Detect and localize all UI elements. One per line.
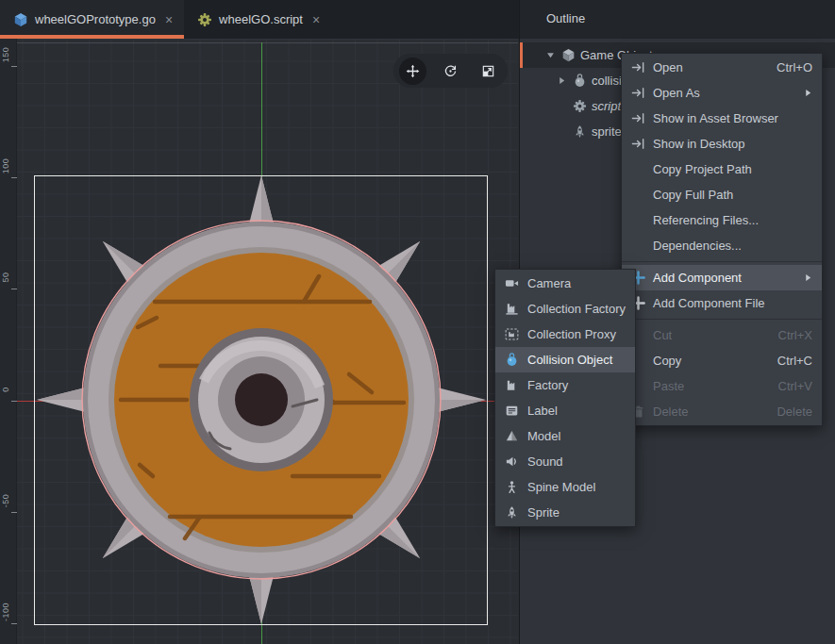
label-icon: [505, 404, 519, 418]
menu-item-label: Factory: [527, 378, 626, 392]
tab-wheelgo-script[interactable]: wheelGO.script ×: [184, 0, 331, 39]
menu-item-label: Sound: [527, 454, 626, 469]
menu-item-label: Camera: [527, 276, 626, 290]
open-icon: [631, 137, 645, 151]
submenu-item-camera[interactable]: Camera: [495, 271, 635, 296]
menu-item-show-in-asset-browser[interactable]: Show in Asset Browser: [622, 106, 822, 131]
menu-item-cut: Cut Ctrl+X: [622, 322, 822, 348]
menu-item-label: Paste: [653, 379, 765, 393]
scene-toolbar: [393, 54, 508, 88]
outline-header: Outline: [520, 0, 835, 39]
menu-item-label: Open: [653, 60, 763, 74]
tab-label: wheelGO.script: [219, 12, 303, 26]
sprite-rocket-icon: [573, 124, 587, 139]
model-icon: [505, 429, 519, 443]
menu-item-add-component[interactable]: Add Component: [622, 265, 822, 290]
tree-row-label: sprite: [592, 124, 622, 139]
menu-item-label: Sprite: [527, 505, 626, 520]
submenu-item-collision-object[interactable]: Collision Object: [495, 347, 635, 372]
menu-shortcut: Ctrl+C: [777, 354, 812, 368]
menu-separator: [622, 258, 822, 265]
open-icon: [631, 60, 645, 74]
submenu-item-sprite[interactable]: Sprite: [495, 500, 635, 525]
chevron-right-icon[interactable]: [556, 74, 568, 87]
defold-editor-window: wheelGOPrototype.go × wheelGO.script × 1…: [0, 0, 835, 644]
menu-item-label: Open As: [653, 86, 796, 100]
scale-tool-button[interactable]: [475, 58, 502, 85]
menu-item-label: Show in Asset Browser: [653, 111, 812, 125]
chevron-down-icon[interactable]: [544, 49, 557, 61]
collection-factory-icon: [505, 302, 519, 316]
tab-bar: wheelGOPrototype.go × wheelGO.script ×: [0, 0, 519, 39]
tree-row-label: script: [592, 99, 621, 113]
menu-item-copy[interactable]: Copy Ctrl+C: [622, 348, 822, 373]
menu-item-referencing-files[interactable]: Referencing Files...: [622, 207, 822, 233]
panel-title: Outline: [520, 0, 835, 25]
submenu-item-label[interactable]: Label: [495, 398, 635, 423]
rotate-tool-button[interactable]: [437, 58, 464, 85]
submenu-item-factory[interactable]: Factory: [495, 372, 635, 398]
menu-item-label: Cut: [653, 328, 765, 342]
menu-item-label: Add Component: [653, 271, 796, 285]
menu-shortcut: Delete: [777, 405, 812, 419]
menu-item-label: Collection Proxy: [527, 327, 626, 341]
add-component-submenu: Camera Collection Factory Collection Pro…: [494, 269, 636, 527]
menu-item-delete: Delete Delete: [622, 399, 822, 424]
scene-canvas[interactable]: 150 100 50 0 -50 -100: [0, 39, 518, 644]
menu-item-label: Show in Desktop: [653, 137, 812, 151]
menu-item-open[interactable]: Open Ctrl+O: [622, 55, 822, 80]
menu-item-open-as[interactable]: Open As: [622, 80, 822, 106]
spiked-wheel-sprite[interactable]: [37, 175, 486, 624]
expander-spacer: [556, 100, 568, 112]
open-icon: [631, 86, 645, 100]
close-icon[interactable]: ×: [312, 12, 320, 27]
submenu-item-collection-factory[interactable]: Collection Factory: [495, 296, 635, 322]
submenu-item-model[interactable]: Model: [495, 423, 635, 449]
menu-item-show-in-desktop[interactable]: Show in Desktop: [622, 131, 822, 157]
menu-item-label: Spine Model: [527, 480, 626, 494]
icon-slot: [631, 213, 645, 227]
menu-item-dependencies[interactable]: Dependencies...: [622, 233, 822, 258]
camera-icon: [505, 276, 519, 290]
menu-item-label: Copy: [653, 354, 764, 368]
menu-item-add-component-file[interactable]: Add Component File: [622, 290, 822, 316]
menu-item-label: Label: [527, 404, 626, 418]
move-tool-icon: [406, 64, 420, 78]
script-gear-icon: [197, 12, 212, 27]
menu-item-copy-full-path[interactable]: Copy Full Path: [622, 182, 822, 207]
tab-wheelgoprototype-go[interactable]: wheelGOPrototype.go ×: [0, 0, 184, 39]
menu-item-label: Referencing Files...: [653, 213, 812, 227]
menu-separator: [622, 316, 822, 322]
game-object-cube-icon: [13, 12, 28, 27]
menu-item-paste: Paste Ctrl+V: [622, 373, 822, 399]
close-icon[interactable]: ×: [165, 12, 173, 27]
game-object-cube-icon: [561, 48, 576, 62]
menu-item-label: Model: [527, 429, 626, 443]
sound-icon: [505, 454, 519, 469]
submenu-arrow-icon: [804, 89, 812, 97]
menu-item-copy-project-path[interactable]: Copy Project Path: [622, 157, 822, 182]
spine-model-icon: [505, 480, 519, 494]
collision-object-icon: [573, 74, 587, 88]
menu-item-label: Add Component File: [653, 296, 812, 310]
icon-slot: [631, 162, 645, 176]
sprite-rocket-icon: [505, 505, 519, 520]
expander-spacer: [556, 125, 568, 138]
menu-item-label: Collection Factory: [527, 302, 626, 316]
icon-slot: [631, 188, 645, 202]
submenu-item-spine-model[interactable]: Spine Model: [495, 474, 635, 500]
move-tool-button[interactable]: [399, 58, 426, 85]
rotate-tool-icon: [443, 64, 458, 78]
menu-item-label: Dependencies...: [653, 239, 812, 253]
scene-viewport: [0, 39, 518, 644]
submenu-item-sound[interactable]: Sound: [495, 449, 635, 474]
collection-proxy-icon: [505, 327, 519, 341]
factory-icon: [505, 378, 519, 392]
submenu-arrow-icon: [804, 273, 812, 282]
collision-object-icon: [505, 353, 519, 367]
open-icon: [631, 111, 645, 125]
script-gear-icon: [573, 99, 587, 113]
menu-item-label: Delete: [653, 405, 763, 419]
submenu-item-collection-proxy[interactable]: Collection Proxy: [495, 322, 635, 347]
menu-item-label: Collision Object: [527, 353, 626, 367]
